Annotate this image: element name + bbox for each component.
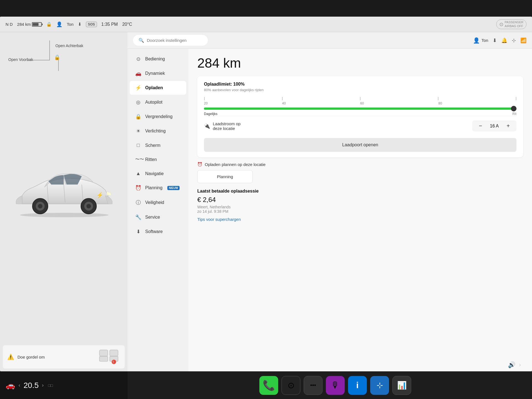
bottom-arrow-right[interactable]: › [42,382,44,388]
chart-icon[interactable]: 📊 [392,376,411,395]
slider-thumb[interactable] [511,106,516,111]
sidebar-item-navigatie[interactable]: ▲ Navigatie [130,167,186,180]
slider-number-labels: 20 40 60 80 [204,101,516,105]
planning-icon: ⏰ [135,185,141,191]
bluetooth-taskbar-icon[interactable]: ⊹ [370,376,389,395]
last-session-date: zo 14 jul. 9:38 PM [197,209,523,214]
sidebar-item-scherm[interactable]: □ Scherm [130,139,186,152]
sidebar-item-ritten[interactable]: 〜〜 Ritten [130,153,186,166]
opladen-icon: ⚡ [135,85,141,91]
user-badge-settings: 👤 Ton [473,37,488,44]
slider-labels: | | | | | [204,96,516,100]
info-icon[interactable]: i [348,376,367,395]
svg-rect-17 [110,350,118,356]
service-label: Service [145,215,160,220]
sidebar-item-veiligheid[interactable]: ⓘ Veiligheid [130,195,186,210]
tips-superchargen-link[interactable]: Tips voor superchargen [197,217,523,222]
volume-expand-icon[interactable]: › [519,361,521,368]
settings-sidebar: ⊙ Bediening 🚗 Dynamiek ⚡ Opladen ◎ Autop… [127,49,188,371]
podcast-icon[interactable]: 🎙 [326,376,345,395]
car-image-area: Open Voorbak Open Achterbak 🔒 [0,32,127,342]
sidebar-item-opladen[interactable]: ⚡ Opladen [130,81,186,95]
planning-button[interactable]: Planning [197,170,253,183]
sidebar-item-planning[interactable]: ⏰ Planning NIEUW [130,181,186,195]
sidebar-item-vergrendeling[interactable]: 🔒 Vergrendeling [130,110,186,124]
status-bar: N D 284 km 🔒 👤 Ton ⬇ SOS 1:35 PM 20°C ⊙ … [0,17,532,32]
last-session-price: € 2,64 [197,196,523,204]
svg-text:⚡: ⚡ [96,192,103,198]
schedule-clock-icon: ⏰ [197,162,203,167]
settings-top-right: 👤 Ton ⬇ 🔔 ⊹ 📶 [473,37,526,44]
camera-icon[interactable]: ⊙ [282,376,300,395]
sidebar-item-autopilot[interactable]: ◎ Autopilot [130,95,186,109]
slider-fill [204,108,516,110]
username-settings: Ton [482,38,488,43]
search-container[interactable]: 🔍 [133,35,208,46]
signal-icon: 📶 [520,37,526,44]
sidebar-item-bediening[interactable]: ⊙ Bediening [130,52,186,66]
phone-icon[interactable]: 📞 [259,376,278,395]
sos-badge[interactable]: SOS [86,22,97,27]
user-icon-status: 👤 [56,21,62,27]
sidebar-item-service[interactable]: 🔧 Service [130,210,186,224]
volume-icon[interactable]: 🔊 [508,361,515,368]
slider-label-20: | [204,96,205,100]
settings-top-row: 🔍 👤 Ton ⬇ 🔔 ⊹ 📶 [127,32,532,49]
ampere-row: 🔌 Laadstroom opdeze locatie − 16 A + [204,116,516,136]
schedule-section: ⏰ Opladen plannen op deze locatie Planni… [197,162,523,183]
veiligheid-label: Veiligheid [145,200,164,205]
download-icon-status: ⬇ [78,22,81,27]
label-20: 20 [204,101,208,105]
autopilot-label: Autopilot [145,100,162,105]
car-svg: ⚡ [11,160,116,226]
ampere-minus-btn[interactable]: − [477,123,484,129]
bottom-sub-icons: □□ [48,383,53,388]
scherm-icon: □ [135,142,141,148]
sidebar-item-software[interactable]: ⬇ Software [130,225,186,239]
bottom-arrow-left[interactable]: ‹ [19,382,20,388]
range-display: 284 km [197,55,523,71]
car-bottom-bar: 🚗 ‹ 20.5 › □□ [0,372,127,399]
svg-point-9 [38,204,42,208]
download-icon-settings: ⬇ [493,37,497,44]
sidebar-item-dynamiek[interactable]: 🚗 Dynamiek [130,66,186,80]
plug-icon: 🔌 [204,123,210,129]
sidebar-item-verlichting[interactable]: ☀ Verlichting [130,124,186,138]
verlichting-icon: ☀ [135,128,141,134]
ampere-label-text: Laadstroom opdeze locatie [213,121,241,131]
dots-icon[interactable]: ••• [304,376,323,395]
vergrendeling-icon: 🔒 [135,114,141,120]
seat-diagram: ! [98,349,120,365]
opladen-label: Opladen [145,85,163,90]
airbag-label: PASSENGERAIRBAG OFF [505,21,523,28]
battery-bar [32,22,42,27]
label-60: 60 [360,101,364,105]
battery-indicator: 284 km [17,22,42,27]
svg-point-19 [112,360,116,364]
warning-triangle-icon: ⚠️ [7,354,14,360]
ampere-plus-btn[interactable]: + [504,123,512,129]
time-display: 1:35 PM [101,22,118,27]
schedule-header-text: Opladen plannen op deze locatie [205,162,265,167]
ritten-label: Ritten [145,157,157,162]
search-icon: 🔍 [139,38,144,43]
dynamiek-icon: 🚗 [135,70,141,76]
mac-taskbar: 🚗 ‹ 20.5 › □□ 📞 ⊙ ••• 🎙 i ⊹ 📊 🔊 › [0,371,532,399]
bluetooth-icon[interactable]: ⊹ [512,37,516,44]
svg-rect-16 [99,356,108,361]
svg-point-12 [86,204,91,208]
svg-text:!: ! [113,360,114,364]
achterbak-label[interactable]: Open Achterbak [55,43,83,49]
laadpoort-open-button[interactable]: Laadpoort openen [204,138,516,152]
charge-limit-title: Oplaadlimiet: 100% [204,82,516,87]
label-80: 80 [438,101,442,105]
slider-label-80b: | [516,96,516,100]
last-session-location: Weert, Netherlands [197,205,523,209]
ampere-control: − 16 A + [472,121,516,131]
user-person-icon: 👤 [473,37,480,44]
charge-slider[interactable] [204,108,516,110]
search-input[interactable] [147,38,202,43]
schedule-header: ⏰ Opladen plannen op deze locatie [197,162,523,167]
autopilot-icon: ◎ [135,99,141,105]
voorbak-label[interactable]: Open Voorbak [8,57,33,63]
